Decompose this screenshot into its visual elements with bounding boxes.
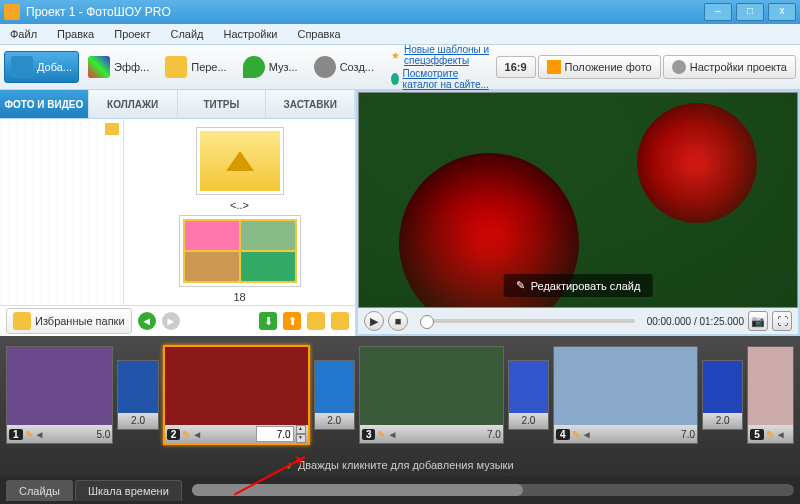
menu-edit[interactable]: Правка bbox=[51, 26, 100, 42]
pencil-icon[interactable]: ✎ bbox=[572, 429, 580, 440]
music-button[interactable]: Муз... bbox=[236, 51, 305, 83]
slide-thumb bbox=[360, 347, 503, 425]
slide-footer: 5✎◄ bbox=[748, 425, 793, 443]
disc-icon bbox=[314, 56, 336, 78]
sound-icon[interactable]: ◄ bbox=[387, 429, 397, 440]
pencil-icon[interactable]: ✎ bbox=[377, 429, 385, 440]
templates-link[interactable]: Новые шаблоны и спецэффекты bbox=[404, 44, 494, 66]
collage-thumb[interactable] bbox=[179, 215, 301, 287]
folder-fav-icon bbox=[13, 312, 31, 330]
star-bullet-icon: ★ bbox=[391, 50, 400, 61]
seek-slider[interactable] bbox=[420, 319, 635, 323]
folder-tree[interactable] bbox=[0, 119, 124, 305]
time-display: 00:00.000 / 01:25.000 bbox=[647, 316, 744, 327]
pencil-icon[interactable]: ✎ bbox=[25, 429, 33, 440]
transition-duration: 2.0 bbox=[509, 413, 548, 429]
forward-button[interactable]: ► bbox=[162, 312, 180, 330]
tab-photo-video[interactable]: ФОТО И ВИДЕО bbox=[0, 90, 89, 118]
menu-file[interactable]: Файл bbox=[4, 26, 43, 42]
tab-collages[interactable]: КОЛЛАЖИ bbox=[89, 90, 178, 118]
slide-card-1[interactable]: 1✎◄5.0 bbox=[6, 346, 113, 444]
folder-open-button[interactable] bbox=[307, 312, 325, 330]
fullscreen-button[interactable]: ⛶ bbox=[772, 311, 792, 331]
slide-card-5[interactable]: 5✎◄ bbox=[747, 346, 794, 444]
sound-icon[interactable]: ◄ bbox=[192, 429, 202, 440]
slide-duration: 7.0 bbox=[681, 429, 695, 440]
tab-titles[interactable]: ТИТРЫ bbox=[178, 90, 267, 118]
transition-thumb bbox=[118, 361, 157, 413]
tab-slides[interactable]: Слайды bbox=[6, 480, 73, 501]
pencil-icon[interactable]: ✎ bbox=[766, 429, 774, 440]
tab-splash[interactable]: ЗАСТАВКИ bbox=[266, 90, 355, 118]
minimize-button[interactable]: – bbox=[704, 3, 732, 21]
sound-icon[interactable]: ◄ bbox=[582, 429, 592, 440]
sound-icon[interactable]: ◄ bbox=[35, 429, 45, 440]
transition-thumb bbox=[315, 361, 354, 413]
preview-area[interactable]: ✎Редактировать слайд bbox=[358, 92, 798, 308]
slide-number: 3 bbox=[362, 429, 376, 440]
note-icon bbox=[243, 56, 265, 78]
slide-thumb bbox=[165, 347, 308, 425]
duration-spinner[interactable]: ▲▼ bbox=[296, 425, 306, 443]
favorites-button[interactable]: Избранные папки bbox=[6, 308, 132, 334]
transition-card[interactable]: 2.0 bbox=[117, 360, 158, 430]
duration-input[interactable] bbox=[256, 426, 294, 442]
transition-thumb bbox=[509, 361, 548, 413]
thumb-count: 18 bbox=[233, 291, 245, 303]
folder-icon bbox=[105, 123, 119, 135]
transition-card[interactable]: 2.0 bbox=[314, 360, 355, 430]
snapshot-button[interactable]: 📷 bbox=[748, 311, 768, 331]
add-button[interactable]: Доба... bbox=[4, 51, 79, 83]
edit-slide-button[interactable]: ✎Редактировать слайд bbox=[504, 274, 653, 297]
slide-card-3[interactable]: 3✎◄7.0 bbox=[359, 346, 504, 444]
transition-card[interactable]: 2.0 bbox=[702, 360, 743, 430]
play-button[interactable]: ▶ bbox=[364, 311, 384, 331]
up-folder-thumb[interactable] bbox=[196, 127, 284, 195]
menu-slide[interactable]: Слайд bbox=[164, 26, 209, 42]
folder-add-button[interactable] bbox=[331, 312, 349, 330]
sound-icon[interactable]: ◄ bbox=[776, 429, 786, 440]
timeline: 1✎◄5.02.02✎◄▲▼2.03✎◄7.02.04✎◄7.02.05✎◄ ♪… bbox=[0, 336, 800, 504]
slide-footer: 3✎◄7.0 bbox=[360, 425, 503, 443]
photo-position-button[interactable]: Положение фото bbox=[538, 55, 661, 79]
catalog-link[interactable]: Посмотрите каталог на сайте... bbox=[403, 68, 494, 90]
transition-duration: 2.0 bbox=[315, 413, 354, 429]
tab-timeline[interactable]: Шкала времени bbox=[75, 480, 182, 501]
stop-button[interactable]: ■ bbox=[388, 311, 408, 331]
content-tabs: ФОТО И ВИДЕО КОЛЛАЖИ ТИТРЫ ЗАСТАВКИ bbox=[0, 90, 355, 119]
slide-number: 1 bbox=[9, 429, 23, 440]
slide-footer: 4✎◄7.0 bbox=[554, 425, 697, 443]
titlebar: Проект 1 - ФотоШОУ PRO – □ x bbox=[0, 0, 800, 24]
pencil-icon[interactable]: ✎ bbox=[182, 429, 190, 440]
effects-button[interactable]: Эфф... bbox=[81, 51, 156, 83]
menu-settings[interactable]: Настройки bbox=[218, 26, 284, 42]
maximize-button[interactable]: □ bbox=[736, 3, 764, 21]
transitions-button[interactable]: Пере... bbox=[158, 51, 233, 83]
aspect-ratio-button[interactable]: 16:9 bbox=[496, 56, 536, 78]
left-pane: ФОТО И ВИДЕО КОЛЛАЖИ ТИТРЫ ЗАСТАВКИ <..>… bbox=[0, 90, 356, 336]
slide-card-4[interactable]: 4✎◄7.0 bbox=[553, 346, 698, 444]
right-pane: ✎Редактировать слайд ▶ ■ 00:00.000 / 01:… bbox=[356, 90, 800, 336]
timeline-scrollbar[interactable] bbox=[192, 484, 794, 496]
seek-knob[interactable] bbox=[420, 315, 434, 329]
download-button[interactable]: ⬇ bbox=[259, 312, 277, 330]
transition-card[interactable]: 2.0 bbox=[508, 360, 549, 430]
home-button[interactable]: ⬆ bbox=[283, 312, 301, 330]
menu-help[interactable]: Справка bbox=[291, 26, 346, 42]
slide-card-2[interactable]: 2✎◄▲▼ bbox=[163, 345, 310, 445]
transition-duration: 2.0 bbox=[118, 413, 157, 429]
project-settings-button[interactable]: Настройки проекта bbox=[663, 55, 796, 79]
back-button[interactable]: ◄ bbox=[138, 312, 156, 330]
position-icon bbox=[547, 60, 561, 74]
favorites-bar: Избранные папки ◄ ► ⬇ ⬆ bbox=[0, 305, 355, 336]
slide-number: 5 bbox=[750, 429, 764, 440]
slide-footer: 1✎◄5.0 bbox=[7, 425, 112, 443]
music-track[interactable]: ♪Дважды кликните для добавления музыки bbox=[0, 454, 800, 476]
thumbnail-area: <..> 18 bbox=[124, 119, 355, 305]
create-button[interactable]: Созд... bbox=[307, 51, 381, 83]
transition-duration: 2.0 bbox=[703, 413, 742, 429]
playbar: ▶ ■ 00:00.000 / 01:25.000 📷 ⛶ bbox=[358, 308, 798, 334]
close-button[interactable]: x bbox=[768, 3, 796, 21]
menu-project[interactable]: Проект bbox=[108, 26, 156, 42]
star-icon bbox=[165, 56, 187, 78]
